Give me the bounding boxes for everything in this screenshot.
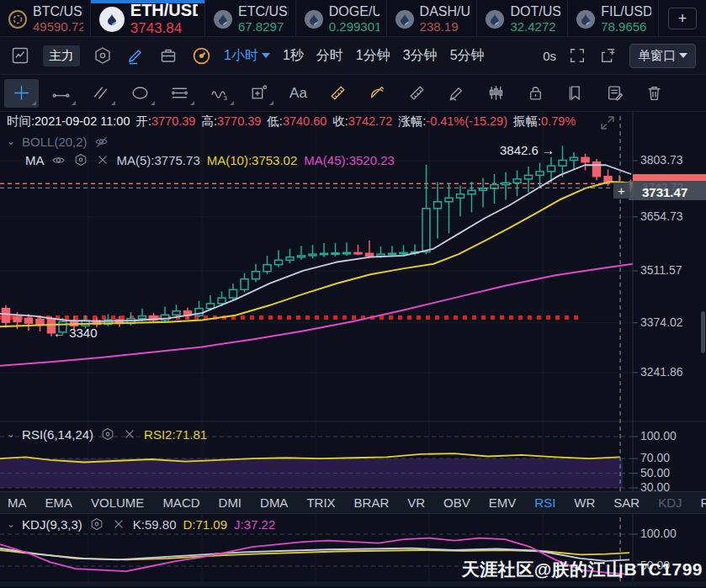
indicator-tab-obv[interactable]: OBV [443, 495, 470, 510]
indicator-tab-dma[interactable]: DMA [260, 495, 288, 510]
price-axis-label: 3511.57 [640, 263, 682, 277]
close-icon[interactable] [95, 152, 110, 167]
indicator-tab-sar[interactable]: SAR [613, 581, 640, 586]
ruler-tool[interactable] [400, 79, 434, 108]
indicator-tab-rsi[interactable]: RSI [534, 581, 555, 586]
indicator-tab-emv[interactable]: EMV [489, 581, 517, 586]
indicator-tab-rsi[interactable]: RSI [534, 495, 555, 510]
draw-pencil-icon[interactable] [125, 45, 146, 66]
ticker-dash-usdt[interactable]: DASH/USDT238.19 [387, 0, 478, 36]
timeframe-5分钟[interactable]: 5分钟 [450, 47, 485, 65]
ellipse-tool[interactable] [123, 79, 157, 108]
protractor-tool[interactable] [360, 79, 395, 108]
indicator-tab-vr[interactable]: VR [407, 581, 425, 586]
ruler-highlight-tool[interactable] [321, 79, 355, 108]
collapse-chevron-icon[interactable]: ⌄ [7, 428, 15, 440]
indicator-tab-obv[interactable]: OBV [443, 581, 470, 586]
boll-indicator-row: ⌄ BOLL(20,2) [7, 134, 109, 149]
indicator-tab-wr[interactable]: WR [574, 581, 595, 586]
indicator-tab-brar[interactable]: BRAR [354, 495, 390, 510]
collapse-chevron-icon[interactable]: ⌄ [7, 518, 15, 530]
trash-tool[interactable] [637, 79, 671, 108]
indicator-tab-trix[interactable]: TRIX [306, 495, 335, 510]
active-tab-indicator [91, 0, 204, 3]
indicator-tab-macd[interactable]: MACD [162, 495, 199, 510]
ticker-price: 32.4272 [510, 19, 560, 34]
eth-coin-icon [99, 7, 125, 32]
indicator-tab-kdj[interactable]: KDJ [658, 581, 682, 586]
timeframe-分时[interactable]: 分时 [316, 47, 343, 65]
add-ticker-button[interactable]: + [668, 8, 697, 29]
settings-hexagon-icon[interactable] [100, 426, 115, 442]
notes-tool[interactable] [597, 79, 632, 108]
ticker-pair: ETC/USDT [238, 4, 289, 19]
settings-hexagon-icon[interactable] [73, 152, 88, 167]
info-segment: 振幅:0.79% [513, 114, 576, 130]
chevron-down-icon [262, 53, 270, 58]
ticker-dot-usdt[interactable]: DOT/USDT32.4272 [477, 0, 568, 36]
eye-off-icon[interactable] [94, 134, 109, 149]
indicator-tab-ma[interactable]: MA [8, 581, 27, 586]
elliott-wave-tool[interactable]: 3 [202, 79, 236, 108]
pane-expand-icon[interactable] [601, 116, 614, 130]
lock-tool[interactable] [518, 79, 553, 108]
window-mode-button[interactable]: 单窗口 [629, 44, 696, 68]
indicator-tab-ema[interactable]: EMA [45, 581, 73, 586]
fib-retracement-tool[interactable] [162, 79, 197, 108]
indicator-tab-wr[interactable]: WR [574, 495, 595, 510]
indicator-tab-dma[interactable]: DMA [260, 581, 288, 586]
ticker-fil-usdt[interactable]: FIL/USDT78.9656 [568, 0, 659, 36]
indicator-hexagon-icon[interactable] [93, 45, 113, 66]
pattern-tool[interactable] [479, 79, 513, 108]
indicator-tab-roc[interactable]: ROC [701, 581, 706, 586]
indicator-tab-volume[interactable]: VOLUME [91, 495, 144, 510]
settings-hexagon-icon[interactable] [89, 516, 104, 532]
ticker-etc-usdt[interactable]: ETC/USDT67.8297 [205, 0, 296, 36]
indicator-tab-macd[interactable]: MACD [162, 581, 199, 586]
gauge-icon[interactable] [191, 45, 211, 66]
kdj-title: KDJ(9,3,3) [22, 517, 82, 532]
indicator-tab-roc[interactable]: ROC [701, 495, 706, 510]
timeframe-3分钟[interactable]: 3分钟 [403, 47, 438, 65]
info-segment: 低:3740.60 [267, 114, 326, 130]
main-force-button[interactable]: 主力 [43, 45, 80, 66]
eye-icon[interactable] [51, 152, 66, 167]
measure-tool[interactable] [242, 79, 276, 108]
add-pane-icon[interactable] [598, 45, 618, 66]
indicator-tab-emv[interactable]: EMV [489, 495, 517, 510]
timeframe-1秒[interactable]: 1秒 [283, 47, 304, 65]
bookmark-tool[interactable] [558, 79, 592, 108]
timeframe-1分钟[interactable]: 1分钟 [356, 47, 390, 65]
indicator-tab-dmi[interactable]: DMI [219, 581, 242, 586]
indicator-tab-brar[interactable]: BRAR [354, 581, 390, 586]
ticker-eth-usdt[interactable]: ETH/USDT3743.84 [91, 0, 205, 36]
axis-scrollbar[interactable] [701, 311, 705, 353]
ticker-pair: ETH/USDT [130, 1, 198, 20]
indicator-tab-sar[interactable]: SAR [613, 495, 640, 510]
crosshair-plus-icon: + [613, 183, 629, 199]
chart-canvas[interactable] [0, 112, 706, 586]
fullscreen-icon[interactable] [567, 45, 587, 66]
brush-tool[interactable] [439, 79, 474, 108]
collapse-chevron-icon[interactable]: ⌄ [7, 135, 15, 147]
ticker-doge-usdt[interactable]: DOGE/USDT0.299301 [296, 0, 387, 36]
close-icon[interactable] [111, 516, 126, 532]
indicator-tab-ma[interactable]: MA [8, 495, 27, 510]
ticker-btc-usdt[interactable]: BTC/USDT49590.72 [0, 0, 91, 36]
timeframe-1小时[interactable]: 1小时 [224, 47, 270, 65]
chart-type-icon[interactable] [10, 45, 30, 66]
info-segment: 收:3742.72 [332, 114, 392, 130]
briefcase-icon[interactable] [158, 45, 178, 66]
crosshair-tool[interactable] [4, 79, 39, 108]
indicator-tab-trix[interactable]: TRIX [306, 581, 335, 586]
trendline-tool[interactable] [44, 79, 78, 108]
indicator-tab-dmi[interactable]: DMI [219, 495, 242, 510]
text-tool[interactable]: Aa [281, 79, 316, 108]
indicator-tab-ema[interactable]: EMA [45, 495, 73, 510]
close-icon[interactable] [122, 426, 137, 442]
dot-coin-icon [486, 10, 504, 29]
parallel-channel-tool[interactable] [83, 79, 118, 108]
indicator-tab-vr[interactable]: VR [407, 495, 425, 510]
indicator-tab-kdj[interactable]: KDJ [658, 495, 682, 510]
indicator-tab-volume[interactable]: VOLUME [91, 581, 144, 586]
